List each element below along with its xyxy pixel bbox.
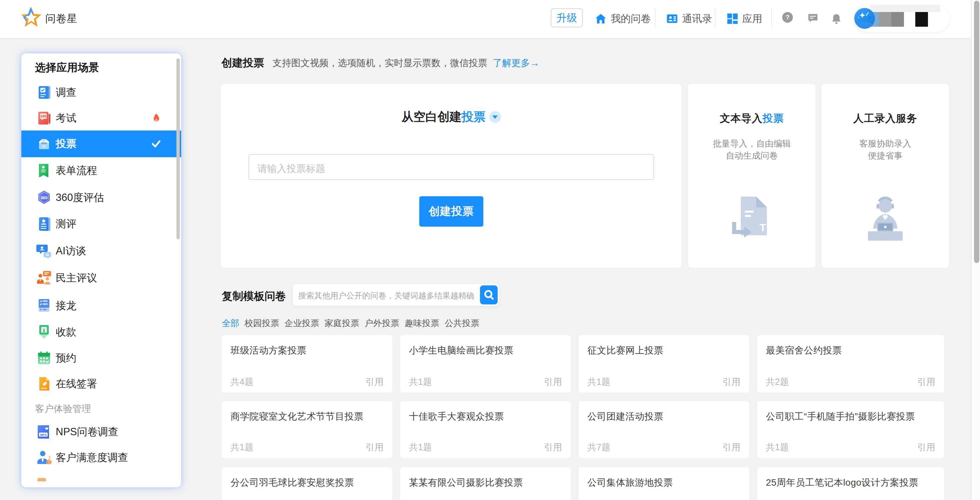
svg-text:T: T: [759, 222, 766, 234]
svg-text:?: ?: [786, 14, 789, 21]
svg-text:AI: AI: [46, 253, 49, 257]
svg-text:NPS: NPS: [40, 433, 47, 436]
svg-text:360: 360: [40, 195, 48, 200]
svg-text:100: 100: [40, 114, 46, 118]
